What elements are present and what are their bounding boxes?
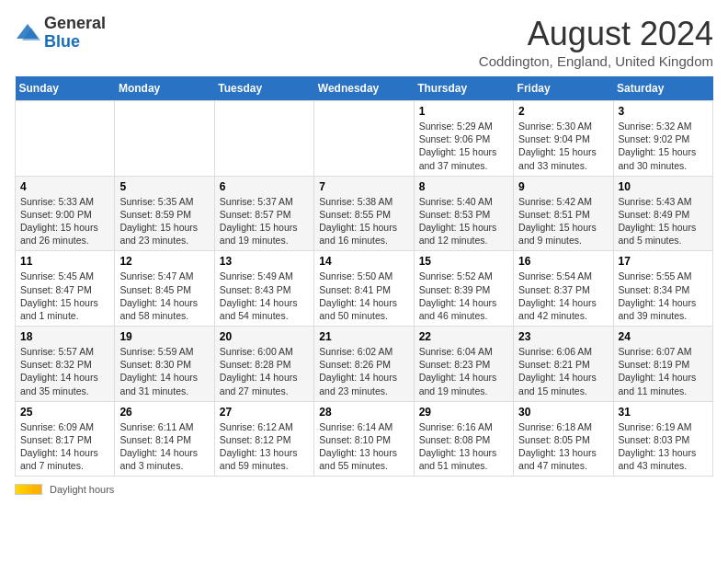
weekday-header-saturday: Saturday	[613, 76, 712, 101]
calendar-week-4: 18Sunrise: 5:57 AM Sunset: 8:32 PM Dayli…	[16, 327, 713, 402]
day-info: Sunrise: 5:37 AM Sunset: 8:57 PM Dayligh…	[220, 195, 309, 247]
calendar-cell: 2Sunrise: 5:30 AM Sunset: 9:04 PM Daylig…	[514, 101, 613, 177]
day-number: 6	[220, 180, 309, 193]
day-number: 7	[319, 180, 408, 193]
calendar-cell: 16Sunrise: 5:54 AM Sunset: 8:37 PM Dayli…	[514, 251, 613, 327]
day-info: Sunrise: 6:18 AM Sunset: 8:05 PM Dayligh…	[518, 420, 608, 473]
day-number: 28	[319, 406, 408, 419]
day-number: 17	[619, 255, 708, 268]
calendar-cell: 19Sunrise: 5:59 AM Sunset: 8:30 PM Dayli…	[115, 327, 214, 402]
footer: Daylight hours	[15, 484, 713, 495]
weekday-header-wednesday: Wednesday	[314, 76, 414, 101]
day-info: Sunrise: 5:43 AM Sunset: 8:49 PM Dayligh…	[619, 195, 708, 247]
calendar-cell: 25Sunrise: 6:09 AM Sunset: 8:17 PM Dayli…	[16, 401, 115, 477]
calendar-cell: 15Sunrise: 5:52 AM Sunset: 8:39 PM Dayli…	[414, 251, 513, 327]
day-number: 21	[319, 330, 408, 343]
calendar-cell: 12Sunrise: 5:47 AM Sunset: 8:45 PM Dayli…	[115, 251, 214, 327]
day-info: Sunrise: 5:50 AM Sunset: 8:41 PM Dayligh…	[319, 270, 408, 322]
weekday-header-sunday: Sunday	[16, 76, 115, 101]
day-info: Sunrise: 5:45 AM Sunset: 8:47 PM Dayligh…	[20, 270, 109, 322]
day-number: 15	[419, 255, 508, 268]
day-number: 19	[119, 330, 209, 343]
calendar-week-5: 25Sunrise: 6:09 AM Sunset: 8:17 PM Dayli…	[16, 401, 713, 477]
day-info: Sunrise: 5:30 AM Sunset: 9:04 PM Dayligh…	[518, 120, 608, 172]
calendar-header: SundayMondayTuesdayWednesdayThursdayFrid…	[16, 76, 713, 101]
day-number: 27	[220, 406, 309, 419]
calendar-week-3: 11Sunrise: 5:45 AM Sunset: 8:47 PM Dayli…	[16, 251, 713, 327]
calendar-cell: 14Sunrise: 5:50 AM Sunset: 8:41 PM Dayli…	[314, 251, 414, 327]
header: General Blue August 2024 Coddington, Eng…	[15, 15, 713, 69]
calendar-cell: 18Sunrise: 5:57 AM Sunset: 8:32 PM Dayli…	[16, 327, 115, 402]
weekday-header-friday: Friday	[514, 76, 613, 101]
day-info: Sunrise: 6:12 AM Sunset: 8:12 PM Dayligh…	[220, 420, 309, 473]
legend-label: Daylight hours	[50, 484, 114, 495]
calendar-cell	[214, 101, 313, 177]
weekday-header-tuesday: Tuesday	[214, 76, 313, 101]
calendar-cell: 29Sunrise: 6:16 AM Sunset: 8:08 PM Dayli…	[414, 401, 513, 477]
day-info: Sunrise: 6:14 AM Sunset: 8:10 PM Dayligh…	[319, 420, 408, 473]
calendar-cell: 28Sunrise: 6:14 AM Sunset: 8:10 PM Dayli…	[314, 401, 414, 477]
day-info: Sunrise: 6:11 AM Sunset: 8:14 PM Dayligh…	[119, 420, 209, 473]
calendar-cell: 7Sunrise: 5:38 AM Sunset: 8:55 PM Daylig…	[314, 176, 414, 251]
day-info: Sunrise: 6:19 AM Sunset: 8:03 PM Dayligh…	[619, 420, 708, 473]
day-info: Sunrise: 5:47 AM Sunset: 8:45 PM Dayligh…	[119, 270, 209, 322]
calendar-cell: 23Sunrise: 6:06 AM Sunset: 8:21 PM Dayli…	[514, 327, 613, 402]
calendar-cell	[16, 101, 115, 177]
day-info: Sunrise: 5:29 AM Sunset: 9:06 PM Dayligh…	[419, 120, 508, 172]
calendar-cell: 8Sunrise: 5:40 AM Sunset: 8:53 PM Daylig…	[414, 176, 513, 251]
day-number: 26	[119, 406, 209, 419]
legend-bar	[15, 484, 42, 495]
calendar-table: SundayMondayTuesdayWednesdayThursdayFrid…	[15, 76, 713, 477]
calendar-cell: 22Sunrise: 6:04 AM Sunset: 8:23 PM Dayli…	[414, 327, 513, 402]
day-number: 9	[518, 180, 608, 193]
calendar-cell: 9Sunrise: 5:42 AM Sunset: 8:51 PM Daylig…	[514, 176, 613, 251]
day-info: Sunrise: 6:06 AM Sunset: 8:21 PM Dayligh…	[518, 345, 608, 397]
calendar-cell: 26Sunrise: 6:11 AM Sunset: 8:14 PM Dayli…	[115, 401, 214, 477]
calendar-body: 1Sunrise: 5:29 AM Sunset: 9:06 PM Daylig…	[16, 101, 713, 477]
day-info: Sunrise: 6:00 AM Sunset: 8:28 PM Dayligh…	[220, 345, 309, 397]
day-number: 1	[419, 105, 508, 118]
calendar-cell	[314, 101, 414, 177]
day-info: Sunrise: 5:35 AM Sunset: 8:59 PM Dayligh…	[119, 195, 209, 247]
calendar-cell: 3Sunrise: 5:32 AM Sunset: 9:02 PM Daylig…	[613, 101, 712, 177]
day-number: 10	[619, 180, 708, 193]
day-info: Sunrise: 6:09 AM Sunset: 8:17 PM Dayligh…	[20, 420, 109, 473]
day-info: Sunrise: 5:49 AM Sunset: 8:43 PM Dayligh…	[220, 270, 309, 322]
logo: General Blue	[15, 15, 106, 52]
day-number: 24	[619, 330, 708, 343]
calendar-cell: 31Sunrise: 6:19 AM Sunset: 8:03 PM Dayli…	[613, 401, 712, 477]
day-info: Sunrise: 6:07 AM Sunset: 8:19 PM Dayligh…	[619, 345, 708, 397]
day-number: 31	[619, 406, 708, 419]
calendar-cell: 27Sunrise: 6:12 AM Sunset: 8:12 PM Dayli…	[214, 401, 313, 477]
day-info: Sunrise: 5:40 AM Sunset: 8:53 PM Dayligh…	[419, 195, 508, 247]
day-info: Sunrise: 6:16 AM Sunset: 8:08 PM Dayligh…	[419, 420, 508, 473]
day-info: Sunrise: 5:57 AM Sunset: 8:32 PM Dayligh…	[20, 345, 109, 397]
calendar-cell: 30Sunrise: 6:18 AM Sunset: 8:05 PM Dayli…	[514, 401, 613, 477]
day-number: 20	[220, 330, 309, 343]
day-number: 2	[518, 105, 608, 118]
logo-icon	[15, 20, 40, 46]
day-info: Sunrise: 6:02 AM Sunset: 8:26 PM Dayligh…	[319, 345, 408, 397]
month-title: August 2024	[479, 15, 713, 53]
calendar-cell: 20Sunrise: 6:00 AM Sunset: 8:28 PM Dayli…	[214, 327, 313, 402]
day-number: 29	[419, 406, 508, 419]
day-number: 22	[419, 330, 508, 343]
title-area: August 2024 Coddington, England, United …	[479, 15, 713, 69]
day-number: 8	[419, 180, 508, 193]
day-info: Sunrise: 5:59 AM Sunset: 8:30 PM Dayligh…	[119, 345, 209, 397]
day-number: 25	[20, 406, 109, 419]
calendar-cell: 11Sunrise: 5:45 AM Sunset: 8:47 PM Dayli…	[16, 251, 115, 327]
calendar-cell: 24Sunrise: 6:07 AM Sunset: 8:19 PM Dayli…	[613, 327, 712, 402]
day-info: Sunrise: 6:04 AM Sunset: 8:23 PM Dayligh…	[419, 345, 508, 397]
weekday-header-thursday: Thursday	[414, 76, 513, 101]
day-number: 3	[619, 105, 708, 118]
day-number: 4	[20, 180, 109, 193]
calendar-cell: 17Sunrise: 5:55 AM Sunset: 8:34 PM Dayli…	[613, 251, 712, 327]
weekday-header-monday: Monday	[115, 76, 214, 101]
day-number: 23	[518, 330, 608, 343]
day-number: 14	[319, 255, 408, 268]
day-number: 13	[220, 255, 309, 268]
day-number: 12	[119, 255, 209, 268]
location: Coddington, England, United Kingdom	[479, 53, 713, 69]
day-info: Sunrise: 5:38 AM Sunset: 8:55 PM Dayligh…	[319, 195, 408, 247]
